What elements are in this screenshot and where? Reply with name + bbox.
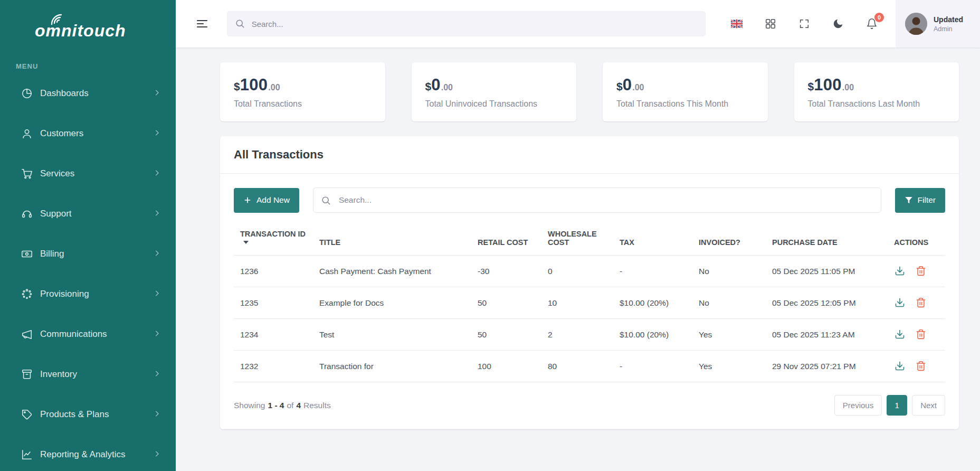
sidebar-item-products-plans[interactable]: Products & Plans — [0, 394, 176, 435]
notification-badge: 0 — [874, 13, 884, 22]
cell-wholesale-cost: 0 — [541, 256, 613, 287]
cell-tax: - — [613, 351, 692, 382]
cell-invoiced: No — [692, 256, 766, 287]
download-button[interactable] — [894, 297, 906, 309]
logo-signal-icon — [46, 10, 64, 27]
chevron-right-icon — [153, 370, 161, 380]
results-summary: Showing 1 - 4 of 4 Results — [234, 401, 331, 410]
chevron-right-icon — [153, 129, 161, 139]
stat-cards: $100.00 Total Transactions $0.00 Total U… — [220, 62, 959, 121]
page-1-button[interactable]: 1 — [887, 395, 907, 416]
trash-icon — [916, 329, 926, 340]
trash-icon — [916, 266, 926, 276]
sort-caret-icon — [243, 241, 249, 244]
sidebar-item-reporting-analytics[interactable]: Reporting & Analytics — [0, 435, 176, 471]
sidebar-item-label: Products & Plans — [40, 409, 146, 420]
spinner-icon — [21, 288, 33, 300]
sidebar-item-services[interactable]: Services — [0, 154, 176, 194]
column-tax[interactable]: TAX — [613, 224, 692, 256]
user-name: Updated — [934, 15, 963, 24]
currency-symbol: $ — [425, 80, 432, 93]
delete-button[interactable] — [915, 361, 927, 372]
moon-icon — [832, 18, 844, 30]
app-logo[interactable]: omnitouch — [0, 0, 176, 53]
stat-card-total-uninvoiced: $0.00 Total Uninvoiced Transactions — [412, 62, 577, 121]
cell-retail-cost: 100 — [471, 351, 541, 382]
user-role: Admin — [934, 25, 963, 33]
cell-purchase-date: 05 Dec 2025 11:23 AM — [766, 319, 888, 351]
stat-label: Total Uninvoiced Transactions — [425, 99, 563, 109]
sidebar-item-billing[interactable]: Billing — [0, 234, 176, 274]
sidebar-item-label: Provisioning — [40, 289, 146, 299]
chevron-right-icon — [153, 89, 161, 99]
column-wholesale-cost[interactable]: WHOLESALE COST — [541, 224, 613, 256]
download-button[interactable] — [894, 266, 906, 277]
dark-mode-button[interactable] — [829, 15, 847, 33]
table-row: 1235 Example for Docs 50 10 $10.00 (20%)… — [234, 287, 945, 319]
filter-button[interactable]: Filter — [895, 188, 945, 213]
global-search-input[interactable] — [227, 11, 706, 36]
sidebar-item-label: Inventory — [40, 369, 146, 380]
delete-button[interactable] — [915, 266, 927, 277]
column-title[interactable]: TITLE — [313, 224, 471, 256]
sidebar-item-support[interactable]: Support — [0, 194, 176, 234]
add-new-button[interactable]: Add New — [234, 188, 299, 213]
sidebar-item-label: Billing — [40, 249, 146, 259]
apps-grid-button[interactable] — [762, 15, 779, 33]
sidebar-item-dashboards[interactable]: Dashboards — [0, 73, 176, 114]
user-icon — [21, 128, 33, 139]
topbar: 0 Updated Admin — [176, 0, 980, 48]
column-transaction-id[interactable]: TRANSACTION ID — [234, 224, 313, 256]
previous-page-button[interactable]: Previous — [834, 395, 882, 416]
sidebar-item-label: Support — [40, 209, 146, 219]
cell-transaction-id: 1234 — [234, 319, 313, 351]
transactions-panel: All Transactions Add New F — [220, 136, 959, 429]
stat-amount: 100 — [814, 76, 842, 95]
transactions-table: TRANSACTION ID TITLE RETAIL COST WHOLESA… — [234, 224, 945, 382]
sidebar-item-customers[interactable]: Customers — [0, 114, 176, 154]
cell-title: Transaction for — [313, 351, 471, 382]
notifications-button[interactable]: 0 — [863, 15, 881, 33]
row-actions — [894, 287, 940, 318]
stat-card-total-transactions: $100.00 Total Transactions — [220, 62, 385, 121]
archive-icon — [21, 369, 33, 380]
fullscreen-button[interactable] — [795, 15, 813, 33]
stat-cents: .00 — [842, 83, 854, 92]
sidebar-item-label: Services — [40, 168, 146, 179]
cell-tax: - — [613, 256, 692, 287]
user-menu[interactable]: Updated Admin — [896, 0, 980, 48]
global-search — [227, 11, 706, 36]
chevron-right-icon — [153, 450, 161, 460]
currency-symbol: $ — [234, 80, 240, 93]
sidebar-item-label: Communications — [40, 329, 146, 340]
sidebar-item-inventory[interactable]: Inventory — [0, 354, 176, 394]
stat-cents: .00 — [268, 83, 280, 92]
download-button[interactable] — [894, 329, 906, 341]
sidebar-item-provisioning[interactable]: Provisioning — [0, 274, 176, 314]
download-button[interactable] — [894, 361, 906, 372]
cell-title: Example for Docs — [313, 287, 471, 319]
stat-card-this-month: $0.00 Total Transactions This Month — [603, 62, 768, 121]
sidebar-item-label: Dashboards — [40, 88, 146, 99]
sidebar-item-label: Reporting & Analytics — [40, 449, 146, 460]
sidebar-toggle-button[interactable] — [195, 16, 210, 32]
sidebar-item-communications[interactable]: Communications — [0, 314, 176, 354]
language-flag-button[interactable] — [728, 15, 746, 33]
delete-button[interactable] — [915, 297, 927, 309]
column-purchase-date[interactable]: PURCHASE DATE — [766, 224, 888, 256]
dashboard-icon — [21, 88, 33, 99]
delete-button[interactable] — [915, 329, 927, 341]
chevron-right-icon — [153, 249, 161, 259]
stat-card-last-month: $100.00 Total Transactions Last Month — [794, 62, 959, 121]
tag-icon — [21, 409, 33, 420]
trash-icon — [916, 361, 926, 371]
cell-transaction-id: 1235 — [234, 287, 313, 319]
currency-symbol: $ — [808, 80, 814, 93]
column-invoiced[interactable]: INVOICED? — [692, 224, 766, 256]
column-retail-cost[interactable]: RETAIL COST — [471, 224, 541, 256]
next-page-button[interactable]: Next — [912, 395, 945, 416]
plus-icon — [243, 196, 252, 204]
table-footer: Showing 1 - 4 of 4 Results Previous 1 Ne… — [234, 395, 945, 416]
table-search-input[interactable] — [313, 187, 881, 213]
panel-title: All Transactions — [220, 136, 959, 174]
